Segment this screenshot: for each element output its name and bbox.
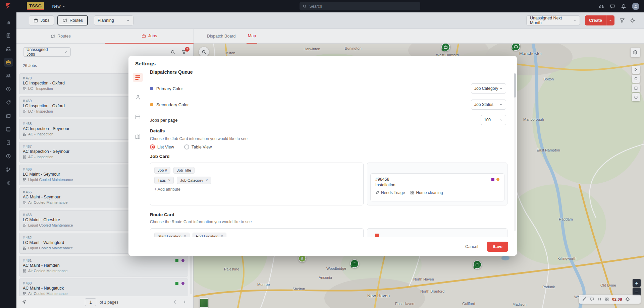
- details-subtitle: Choose the Job Card information you woul…: [150, 136, 248, 141]
- modal-title: Settings: [135, 61, 156, 67]
- chevron-down-icon: [499, 103, 503, 106]
- primary-color-swatch: [150, 87, 153, 90]
- primary-color-label: Primary Color: [156, 86, 183, 91]
- section-title: Dispatchers Queue: [150, 69, 193, 75]
- route-card-subtitle: Choose the Route Card information you wo…: [150, 220, 252, 224]
- table-view-radio[interactable]: Table View: [184, 144, 212, 149]
- remove-chip-icon[interactable]: [206, 178, 208, 183]
- cancel-button[interactable]: Cancel: [465, 244, 478, 249]
- preview-job-title: Installation: [375, 183, 499, 187]
- preview-category-color: [491, 178, 494, 181]
- user-settings-icon[interactable]: [133, 93, 143, 102]
- job-card-preview-box: #98458 Installation Needs Triage Home cl…: [367, 163, 507, 205]
- queue-icon[interactable]: [133, 73, 143, 82]
- list-view-radio[interactable]: List View: [150, 144, 174, 149]
- primary-color-select[interactable]: Job Category: [471, 83, 506, 94]
- add-attribute-link[interactable]: + Add attribute: [154, 187, 359, 192]
- board-settings-icon[interactable]: [133, 112, 143, 122]
- job-card-title: Job Card: [150, 154, 170, 159]
- attribute-chip[interactable]: Tags: [154, 177, 174, 184]
- chevron-down-icon: [499, 118, 503, 122]
- job-card-attributes: Job # Job Title Tags Job Category + Add …: [150, 163, 364, 205]
- jobs-per-page-label: Jobs per page: [150, 118, 177, 123]
- chevron-down-icon: [499, 87, 503, 90]
- secondary-color-select[interactable]: Job Status: [471, 100, 506, 110]
- jobs-per-page-select[interactable]: 100: [481, 115, 506, 125]
- route-card-title: Route Card: [150, 212, 174, 217]
- secondary-color-label: Secondary Color: [156, 102, 189, 107]
- details-title: Details: [150, 128, 165, 133]
- preview-job-number: #98458: [375, 177, 389, 182]
- preview-category: Home cleaning: [416, 190, 443, 195]
- settings-modal: Settings Dispatchers Queue Primary Color…: [128, 56, 517, 256]
- remove-chip-icon[interactable]: [168, 178, 170, 183]
- modal-footer: Cancel Save: [128, 237, 517, 256]
- save-button[interactable]: Save: [487, 242, 508, 252]
- map-settings-icon[interactable]: [133, 132, 143, 141]
- preview-tag: Needs Triage: [381, 190, 405, 195]
- attribute-chip[interactable]: Job Title: [173, 167, 195, 174]
- job-card-preview: #98458 Installation Needs Triage Home cl…: [370, 173, 504, 201]
- preview-status-color: [496, 178, 499, 181]
- settings-nav: [128, 72, 147, 237]
- attribute-chip[interactable]: Job #: [154, 167, 170, 174]
- secondary-color-swatch: [150, 103, 153, 106]
- attribute-chip[interactable]: Job Category: [177, 177, 211, 184]
- grid-icon: [410, 191, 414, 195]
- tag-icon: [375, 191, 379, 195]
- modal-scrollbar[interactable]: [514, 73, 516, 231]
